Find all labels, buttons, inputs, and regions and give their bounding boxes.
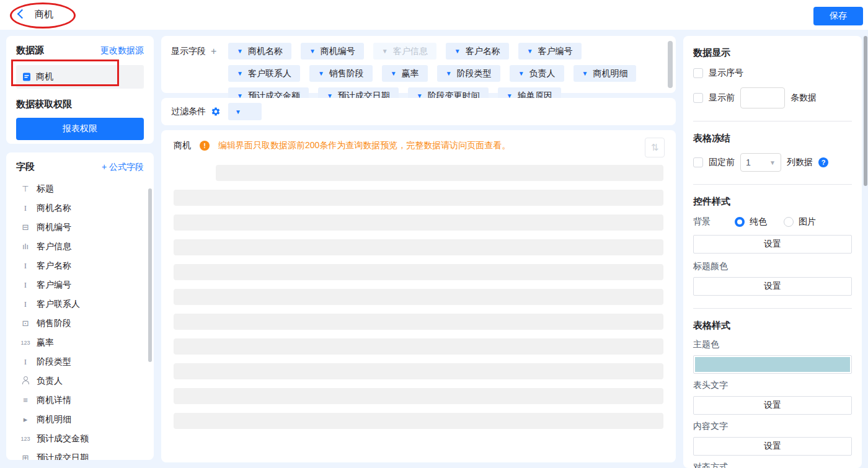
chevron-down-icon: ▼	[454, 48, 461, 55]
number-field-icon: 123	[20, 340, 31, 346]
datasource-item[interactable]: 商机	[16, 65, 144, 89]
cols-suffix-label: 列数据	[787, 157, 813, 168]
display-field-tag[interactable]: ▼阶段类型	[437, 65, 500, 82]
fix-columns-select[interactable]: 1 ▼	[740, 153, 781, 172]
subtable-expand-icon: ▸	[20, 415, 31, 424]
field-item[interactable]: I客户编号	[16, 275, 144, 294]
text-field-icon: I	[20, 261, 31, 271]
display-field-tag[interactable]: ▼客户联系人	[228, 65, 300, 82]
field-item[interactable]: 负责人	[16, 371, 144, 391]
field-item[interactable]: I商机名称	[16, 198, 144, 218]
display-field-tag[interactable]: ▼赢率	[382, 65, 428, 82]
field-item[interactable]: 123预计成交金额	[16, 429, 144, 448]
date-field-icon: ⊞	[20, 453, 31, 460]
field-item[interactable]: ⊤标题	[16, 179, 144, 198]
display-field-tag[interactable]: ▼商机编号	[301, 43, 364, 60]
display-field-tag[interactable]: ▼销售阶段	[309, 65, 373, 82]
background-label: 背景	[693, 216, 729, 227]
field-item[interactable]: 123赢率	[16, 333, 144, 352]
display-field-tag-label: 商机编号	[321, 46, 355, 57]
rows-suffix-label: 条数据	[790, 92, 817, 104]
display-field-tag[interactable]: ▼客户名称	[446, 43, 509, 60]
field-item-label: 赢率	[37, 337, 54, 348]
add-display-field-icon[interactable]: +	[211, 46, 216, 57]
chevron-down-icon: ▼	[391, 70, 397, 77]
field-item[interactable]: ⊟商机编号	[16, 218, 144, 237]
divider	[693, 121, 852, 121]
number-field-icon: 123	[20, 436, 31, 442]
table-style-title: 表格样式	[693, 320, 852, 332]
show-first-checkbox[interactable]	[693, 93, 703, 103]
text-field-icon: I	[20, 203, 31, 213]
save-button[interactable]: 保存	[813, 7, 863, 25]
title-color-label: 标题颜色	[693, 261, 852, 272]
display-field-tag[interactable]: ▼商机明细	[574, 65, 637, 82]
text-field-icon: I	[20, 299, 31, 309]
help-icon[interactable]: ?	[818, 157, 828, 167]
background-set-button[interactable]: 设置	[693, 235, 852, 254]
display-field-tag[interactable]: ▼客户编号	[518, 43, 582, 60]
field-item[interactable]: ≡商机详情	[16, 391, 144, 410]
field-item-label: 负责人	[37, 376, 63, 387]
display-field-tag[interactable]: ▼商机名称	[228, 43, 291, 60]
field-item-label: 客户名称	[37, 260, 71, 272]
fields-title: 字段	[16, 161, 35, 173]
content-text-set-button[interactable]: 设置	[693, 437, 852, 456]
field-item[interactable]: ılı客户信息	[16, 237, 144, 256]
image-label: 图片	[799, 216, 816, 227]
display-field-tag-label: 客户名称	[466, 46, 500, 57]
chevron-down-icon: ▼	[769, 159, 776, 166]
skeleton-row	[216, 165, 663, 181]
skeleton-row	[174, 264, 663, 280]
field-item[interactable]: I客户名称	[16, 256, 144, 275]
text-field-icon: I	[20, 280, 31, 290]
show-index-checkbox[interactable]	[693, 68, 703, 78]
field-item-label: 预计成交日期	[37, 453, 89, 461]
skeleton-row	[174, 190, 663, 206]
show-index-label: 显示序号	[709, 68, 743, 79]
data-permission-title: 数据获取权限	[16, 99, 144, 110]
chevron-down-icon: ▼	[318, 70, 324, 77]
chevron-down-icon: ▼	[237, 48, 243, 55]
fix-first-checkbox[interactable]	[693, 157, 703, 167]
fields-list: ⊤标题I商机名称⊟商机编号ılı客户信息I客户名称I客户编号I客户联系人⊡销售阶…	[16, 179, 144, 460]
display-fields-label: 显示字段	[171, 46, 206, 57]
report-permission-button[interactable]: 报表权限	[16, 118, 144, 140]
filter-dropdown[interactable]: ▼	[228, 103, 262, 120]
page-scrollbar[interactable]	[864, 36, 867, 186]
table-freeze-title: 表格冻结	[693, 133, 852, 144]
title-color-set-button[interactable]: 设置	[693, 277, 852, 296]
display-field-tag[interactable]: ▼客户信息	[373, 43, 436, 60]
tags-scrollbar[interactable]	[668, 41, 673, 88]
image-radio[interactable]	[784, 217, 794, 227]
sort-button[interactable]: ⇅	[645, 138, 665, 157]
divider	[693, 308, 852, 309]
chevron-down-icon: ▼	[382, 48, 388, 55]
display-field-tag-label: 商机明细	[593, 68, 627, 79]
skeleton-row	[174, 363, 663, 379]
change-datasource-link[interactable]: 更改数据源	[100, 45, 144, 56]
datasource-title: 数据源	[16, 45, 44, 56]
show-first-count-input[interactable]	[740, 87, 785, 108]
skeleton-row	[174, 289, 663, 305]
fix-columns-value: 1	[746, 157, 751, 167]
gear-icon[interactable]	[211, 107, 221, 117]
field-item-label: 商机编号	[37, 222, 71, 233]
header-text-set-button[interactable]: 设置	[693, 396, 852, 415]
field-item[interactable]: ⊞预计成交日期	[16, 448, 144, 460]
field-item[interactable]: ⊡销售阶段	[16, 314, 144, 333]
back-icon[interactable]	[17, 9, 27, 19]
add-formula-field-link[interactable]: + 公式字段	[102, 162, 144, 173]
display-field-tag-label: 销售阶段	[329, 68, 364, 79]
skeleton-row	[174, 388, 663, 404]
field-item[interactable]: I阶段类型	[16, 352, 144, 371]
align-label: 对齐方式	[693, 462, 852, 468]
field-item[interactable]: I客户联系人	[16, 294, 144, 314]
display-field-tag[interactable]: ▼负责人	[510, 65, 564, 82]
theme-color-swatch	[695, 357, 850, 372]
fields-scrollbar[interactable]	[148, 188, 152, 362]
solid-color-radio[interactable]	[735, 217, 745, 227]
field-item[interactable]: ▸商机明细	[16, 410, 144, 429]
theme-color-picker[interactable]	[693, 355, 852, 374]
display-field-tag-label: 负责人	[529, 68, 556, 79]
